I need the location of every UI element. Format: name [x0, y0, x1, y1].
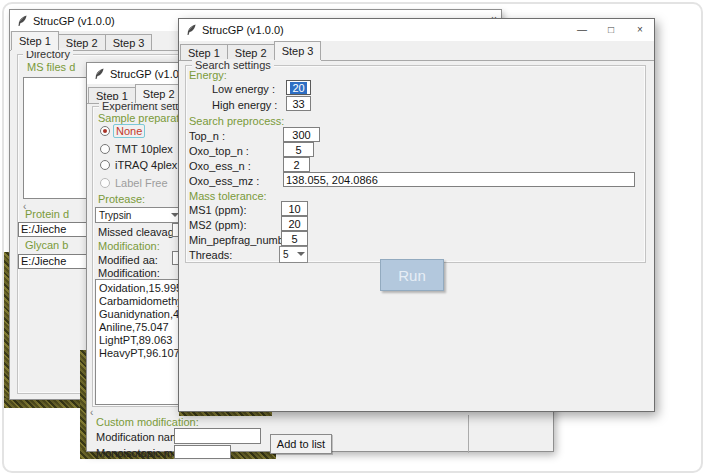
radio-label-free[interactable]: [100, 178, 110, 188]
modification-name-input[interactable]: [174, 428, 261, 444]
mass-tolerance-header: Mass tolerance:: [189, 190, 267, 202]
oxo-ess-n-label: Oxo_ess_n :: [189, 160, 251, 172]
radio-itraq-4plex-label[interactable]: iTRAQ 4plex: [115, 159, 177, 171]
tab-step1[interactable]: Step 1: [180, 44, 228, 60]
energy-header: Energy:: [189, 69, 227, 81]
divider: [468, 415, 469, 453]
preprocess-header: Search preprocess:: [189, 115, 284, 127]
app-feather-icon: [17, 15, 28, 27]
low-energy-input[interactable]: 20: [286, 80, 311, 95]
tab-step2[interactable]: Step 2: [135, 84, 183, 103]
minimize-icon[interactable]: —: [576, 25, 588, 35]
oxo-top-n-input[interactable]: [283, 142, 314, 157]
radio-itraq-4plex[interactable]: [100, 160, 110, 170]
dropdown-chevron-icon: [297, 252, 304, 257]
ms1-label: MS1 (ppm):: [189, 204, 246, 216]
min-pepfrag-input[interactable]: [281, 231, 308, 246]
app-feather-icon: [186, 24, 197, 36]
high-energy-input[interactable]: [286, 96, 311, 111]
protease-label: Protease:: [98, 193, 145, 205]
oxo-top-n-label: Oxo_top_n :: [189, 145, 249, 157]
low-energy-value: 20: [290, 82, 306, 94]
run-button[interactable]: Run: [380, 259, 444, 291]
top-n-input[interactable]: [283, 127, 320, 142]
threads-combobox[interactable]: 5: [279, 246, 308, 263]
oxo-ess-mz-input[interactable]: [283, 172, 635, 187]
oxo-ess-mz-label: Oxo_ess_mz :: [189, 175, 259, 187]
radio-none[interactable]: [100, 126, 110, 136]
ms2-input[interactable]: [281, 216, 308, 231]
titlebar[interactable]: StrucGP (v1.0.0) — □ ×: [179, 19, 654, 41]
low-energy-label: Low energy :: [212, 83, 275, 95]
tab-step3[interactable]: Step 3: [105, 34, 153, 50]
threads-label: Threads:: [189, 249, 232, 261]
high-energy-label: High energy :: [212, 99, 277, 111]
protease-value: Trypsin: [99, 210, 131, 221]
radio-tmt-10plex-label[interactable]: TMT 10plex: [115, 143, 173, 155]
modification-header: Modification:: [98, 240, 160, 252]
glycan-db-label: Glycan b: [25, 239, 68, 251]
ms-files-label: MS files d: [27, 61, 75, 73]
tab-step3[interactable]: Step 3: [274, 41, 322, 60]
ms1-input[interactable]: [281, 201, 308, 216]
custom-modification-header: Custom modification:: [96, 416, 199, 428]
oxo-ess-n-input[interactable]: [283, 157, 310, 172]
radio-label-free-label[interactable]: Label Free: [115, 177, 168, 189]
radio-none-label[interactable]: None: [113, 124, 145, 138]
add-to-list-button[interactable]: Add to list: [270, 434, 332, 454]
monoisotopic-mass-input[interactable]: [174, 445, 231, 459]
maximize-icon[interactable]: □: [605, 25, 617, 35]
top-n-label: Top_n :: [189, 130, 225, 142]
dropdown-chevron-icon: [171, 213, 178, 218]
tab-step2[interactable]: Step 2: [227, 44, 275, 60]
tab-step1[interactable]: Step 1: [11, 31, 59, 50]
close-icon[interactable]: ×: [634, 25, 646, 35]
threads-value: 5: [283, 249, 289, 260]
window-title: StrucGP (v1.0.0): [33, 15, 115, 27]
protein-db-label: Protein d: [25, 208, 69, 220]
app-feather-icon: [94, 68, 105, 80]
modification-list-label: Modification:: [98, 267, 160, 279]
window-step3: StrucGP (v1.0.0) — □ × Step 1 Step 2 Ste…: [178, 18, 655, 412]
ms2-label: MS2 (ppm):: [189, 219, 246, 231]
screen: StrucGP (v1.0.0) — × Step 1 Step 2 Step …: [0, 0, 705, 475]
modified-aa-label: Modified aa:: [98, 254, 158, 266]
radio-tmt-10plex[interactable]: [100, 144, 110, 154]
window-title: StrucGP (v1.0.0): [202, 24, 284, 36]
scroll-left-icon[interactable]: ‹: [90, 407, 93, 418]
protease-combobox[interactable]: Trypsin: [95, 207, 182, 223]
